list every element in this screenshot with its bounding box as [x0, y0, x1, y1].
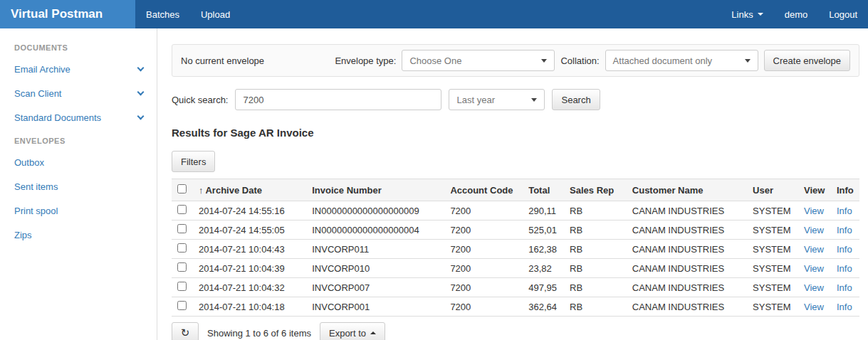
column-header-invoice-number[interactable]: Invoice Number [306, 179, 444, 201]
archive-date-cell: 2014-07-21 10:04:32 [193, 278, 306, 297]
account-code-cell: 7200 [444, 259, 523, 278]
quick-search-label: Quick search: [172, 95, 228, 105]
table-row: 2014-07-21 10:04:18 INVCORP001 7200 362,… [172, 297, 859, 317]
user-cell: SYSTEM [747, 259, 798, 278]
envelope-type-select[interactable]: Choose One [402, 50, 555, 71]
app-brand[interactable]: Virtual Postman [0, 0, 135, 28]
caret-down-icon [758, 13, 763, 16]
view-link[interactable]: View [804, 302, 824, 312]
sidebar-item-zips[interactable]: Zips [14, 230, 146, 240]
period-select[interactable]: Last year [449, 89, 545, 110]
row-checkbox[interactable] [177, 282, 187, 291]
sidebar-header-documents: DOCUMENTS [14, 43, 146, 52]
sidebar-item-outbox[interactable]: Outbox [14, 157, 146, 168]
nav-user[interactable]: demo [774, 0, 819, 28]
row-checkbox[interactable] [177, 224, 187, 233]
sidebar: DOCUMENTS Email Archive Scan Client Stan… [0, 28, 157, 340]
main-content: No current envelope Envelope type: Choos… [157, 28, 868, 340]
total-cell: 23,82 [523, 259, 564, 278]
user-cell: SYSTEM [747, 278, 798, 297]
invoice-number-cell: IN0000000000000000009 [306, 201, 444, 221]
view-link[interactable]: View [804, 225, 824, 235]
user-cell: SYSTEM [747, 297, 798, 317]
table-row: 2014-07-21 10:04:32 INVCORP007 7200 497,… [172, 278, 859, 297]
sidebar-item-standard-documents[interactable]: Standard Documents [14, 112, 146, 123]
view-link[interactable]: View [804, 282, 824, 293]
info-cell: Info [831, 297, 859, 317]
nav-batches[interactable]: Batches [135, 0, 190, 28]
info-link[interactable]: Info [837, 244, 852, 255]
refresh-button[interactable]: ↻ [172, 322, 199, 340]
collation-select[interactable]: Attached document only [605, 50, 758, 71]
nav-links-dropdown[interactable]: Links [721, 0, 773, 28]
sidebar-item-scan-client[interactable]: Scan Client [14, 88, 146, 99]
customer-name-cell: CANAM INDUSTRIES [627, 278, 747, 297]
export-button[interactable]: Export to [320, 322, 385, 340]
caret-up-icon [370, 331, 376, 334]
quick-search-row: Quick search: Last year Search [172, 89, 859, 110]
view-link[interactable]: View [804, 244, 824, 255]
column-header-customer-name[interactable]: Customer Name [627, 179, 747, 201]
info-link[interactable]: Info [837, 206, 852, 216]
view-cell: View [798, 259, 831, 278]
column-header-sales-rep[interactable]: Sales Rep [564, 179, 627, 201]
user-cell: SYSTEM [747, 240, 798, 259]
period-value: Last year [456, 95, 494, 105]
view-link[interactable]: View [804, 206, 824, 216]
sort-asc-icon: ↑ [199, 185, 204, 196]
search-button[interactable]: Search [552, 89, 600, 110]
sidebar-item-email-archive[interactable]: Email Archive [14, 64, 146, 75]
customer-name-cell: CANAM INDUSTRIES [627, 221, 747, 240]
column-header-archive-date[interactable]: ↑Archive Date [193, 179, 306, 201]
collation-value: Attached document only [613, 55, 712, 66]
account-code-cell: 7200 [444, 297, 523, 317]
column-header-total[interactable]: Total [523, 179, 564, 201]
sales-rep-cell: RB [564, 297, 627, 317]
quick-search-input[interactable] [235, 89, 441, 110]
nav-logout[interactable]: Logout [818, 0, 868, 28]
envelope-controls: Envelope type: Choose One Collation: Att… [335, 50, 850, 71]
pagination-summary: Showing 1 to 6 of 6 items [207, 328, 311, 339]
account-code-cell: 7200 [444, 221, 523, 240]
row-checkbox[interactable] [177, 205, 187, 214]
sidebar-item-sent-items[interactable]: Sent items [14, 181, 146, 192]
nav-links-label: Links [731, 9, 753, 20]
chevron-down-icon [137, 65, 145, 72]
envelope-type-label: Envelope type: [335, 55, 396, 66]
view-link[interactable]: View [804, 263, 824, 274]
account-code-cell: 7200 [444, 201, 523, 221]
archive-date-cell: 2014-07-24 14:55:05 [193, 221, 306, 240]
info-link[interactable]: Info [837, 263, 852, 274]
invoice-number-cell: INVCORP010 [306, 259, 444, 278]
info-cell: Info [831, 259, 859, 278]
info-link[interactable]: Info [837, 282, 852, 293]
column-header-info: Info [831, 179, 859, 201]
sales-rep-cell: RB [564, 240, 627, 259]
sidebar-item-label: Zips [14, 230, 32, 240]
row-select-cell [172, 278, 193, 297]
chevron-down-icon [137, 89, 145, 96]
create-envelope-button[interactable]: Create envelope [764, 50, 850, 71]
column-header-account-code[interactable]: Account Code [444, 179, 523, 201]
row-checkbox[interactable] [177, 243, 187, 253]
archive-date-cell: 2014-07-24 14:55:16 [193, 201, 306, 221]
filters-button[interactable]: Filters [172, 151, 215, 172]
table-row: 2014-07-24 14:55:05 IN000000000000000000… [172, 221, 859, 240]
row-checkbox[interactable] [177, 301, 187, 310]
table-row: 2014-07-21 10:04:39 INVCORP010 7200 23,8… [172, 259, 859, 278]
info-link[interactable]: Info [837, 302, 852, 312]
row-checkbox[interactable] [177, 262, 187, 272]
nav-upload[interactable]: Upload [190, 0, 241, 28]
select-caret-icon [541, 59, 547, 63]
user-cell: SYSTEM [747, 221, 798, 240]
sidebar-item-print-spool[interactable]: Print spool [14, 206, 146, 216]
info-link[interactable]: Info [837, 225, 852, 235]
account-code-cell: 7200 [444, 240, 523, 259]
sidebar-item-label: Scan Client [14, 88, 61, 99]
sidebar-item-label: Outbox [14, 157, 44, 168]
account-code-cell: 7200 [444, 278, 523, 297]
select-all-checkbox[interactable] [177, 184, 187, 193]
column-header-user[interactable]: User [747, 179, 798, 201]
info-cell: Info [831, 201, 859, 221]
info-cell: Info [831, 221, 859, 240]
